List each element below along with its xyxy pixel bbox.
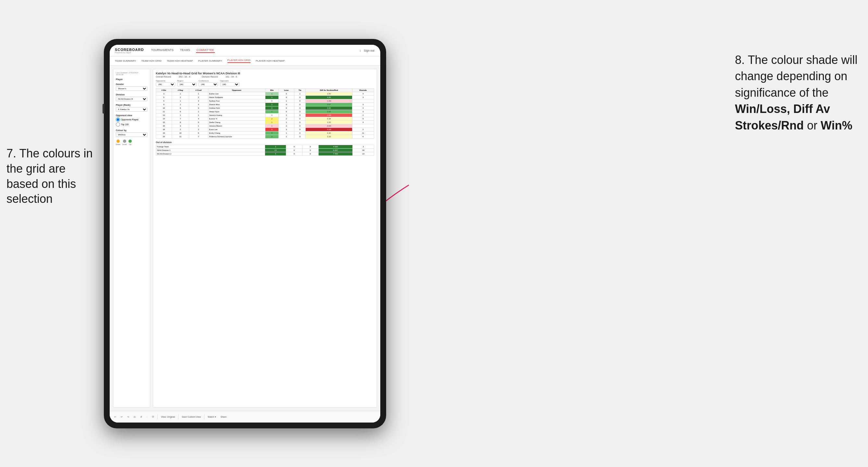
col-rounds: Rounds [352,89,374,92]
redo-btn[interactable]: ↪ [126,415,130,419]
opponents-played-option[interactable]: Opponents Played [116,118,147,122]
cell-tie: 0 [294,99,306,103]
cell-tie: 0 [294,128,306,131]
cell-loss: 1 [279,135,294,138]
cell-conf: 1 [189,124,208,128]
sub-nav-team-summary[interactable]: TEAM SUMMARY [115,59,136,62]
sub-nav-team-h2h-heatmap[interactable]: TEAM H2H HEATMAP [167,59,193,62]
legend-down: Down [116,139,120,145]
undo2-btn[interactable]: ↩ [119,415,124,419]
gender-label: Gender [116,83,147,85]
grid-btn[interactable]: ⊡ [132,415,137,419]
cell-diff: 3.33 [306,110,352,114]
ood-cell-diff: 7.400 [318,152,353,156]
undo-btn[interactable]: ↩ [113,415,118,419]
share-btn[interactable]: Share [219,415,228,418]
cell-conf: 1 [189,114,208,117]
player-rank-select[interactable]: 8. Katelyn Vo [116,107,147,112]
division-section: Division NCAA Division III [116,93,147,101]
cell-div: 20 [156,135,172,138]
sub-nav-player-h2h-grid[interactable]: PLAYER H2H GRID [227,59,250,63]
ood-cell-name: NAIA Division 1 [156,149,265,152]
nav-tournaments[interactable]: TOURNAMENTS [150,49,174,53]
cell-reg: 1 [172,103,189,106]
tablet-frame: SCOREBOARD Powered by clippd TOURNAMENTS… [104,39,386,428]
cell-div: 9 [156,103,172,106]
cell-rounds: 9 [352,117,374,121]
cell-tie: 0 [294,96,306,99]
cell-diff: 4.00 [306,96,352,99]
cell-rounds: 4 [352,92,374,96]
watch-btn[interactable]: Watch ▾ [206,415,217,419]
cell-reg: 1 [172,99,189,103]
nav-links: TOURNAMENTS TEAMS COMMITTEE [150,49,360,53]
opponents-played-radio[interactable] [116,118,120,122]
view-original-btn[interactable]: View: Original [160,415,176,418]
legend-up-dot [128,139,132,143]
ood-table-row: NAIA Division 1 15 0 0 9.267 30 [156,149,374,152]
cell-rounds: 6 [352,135,374,138]
top-100-option[interactable]: Top 100 [116,122,147,127]
cell-loss: 0 [279,92,294,96]
cell-win: 2 [266,135,279,138]
opponents-label: Opponents: [156,80,175,82]
cell-reg: 11 [172,135,189,138]
cell-div: 14 [156,117,172,121]
cell-loss: 0 [279,106,294,110]
sub-nav-player-summary[interactable]: PLAYER SUMMARY [198,59,222,62]
cell-loss: 1 [279,121,294,124]
division-record-label: Division Record: [202,75,218,78]
opponent-select[interactable]: (All) [220,83,240,86]
dot-btn[interactable]: · [145,415,149,418]
top-100-radio[interactable] [116,122,120,127]
nav-committee[interactable]: COMMITTEE [196,49,215,53]
cell-win: 1 [266,110,279,114]
cell-tie: 0 [294,124,306,128]
left-panel: Last Updated: 27/03/2024 16:55:38 Player… [113,69,150,408]
grid-panel: Katelyn Vo Head-to-Head Grid for Women's… [153,69,377,408]
nav-sign-out[interactable]: Sign out [363,49,375,52]
colour-by-select[interactable]: Win/loss [116,132,147,137]
opponents-select[interactable]: (All) [156,83,175,86]
region-select[interactable]: (All) [177,83,197,86]
cell-tie: 0 [294,135,306,138]
annotation-right: 8. The colour shade will change dependin… [735,52,858,134]
ood-cell-win: 15 [265,149,286,152]
sub-nav-player-h2h-heatmap[interactable]: PLAYER H2H HEATMAP [256,59,285,62]
cell-div: 6 [156,99,172,103]
last-updated-time: 16:55:38 [116,74,147,75]
cell-reg: 2 [172,128,189,131]
cell-div: 15 [156,121,172,124]
conference-select[interactable]: (All) [198,83,218,86]
region-filter: Region (All) [177,80,197,86]
nav-separator: | [360,49,361,52]
cell-reg: 2 [172,96,189,99]
cell-diff: 1.50 [306,92,352,96]
cell-reg: 7 [172,117,189,121]
cell-loss: 1 [279,99,294,103]
cell-conf: 3 [189,99,208,103]
opponent-view-label: Opponent view [116,114,147,117]
cell-win: 4 [266,131,279,135]
ood-cell-tie: 0 [303,152,319,156]
cell-opponent: Sydney Kuo [208,99,266,103]
main-content: Last Updated: 27/03/2024 16:55:38 Player… [110,66,380,411]
save-custom-btn[interactable]: Save Custom View [180,415,202,418]
cell-rounds: 4 [352,121,374,124]
opponents-played-label: Opponents Played [121,119,138,121]
cell-opponent: Andrea York [208,106,266,110]
division-select[interactable]: NCAA Division III [116,97,147,101]
table-row: 5 2 2 Alexis Sudijanto 1 0 0 4.00 3 [156,96,374,99]
toolbar-divider-2 [178,414,179,419]
refresh-btn[interactable]: ↺ [139,415,144,419]
sub-nav-team-h2h-grid[interactable]: TEAM H2H GRID [141,59,162,62]
gender-select[interactable]: Women's [116,86,147,91]
ood-cell-rounds: 2 [353,145,374,149]
cell-rounds: 2 [352,128,374,131]
cell-win: 1 [266,121,279,124]
opponents-filter: Opponents: (All) [156,80,175,86]
nav-teams[interactable]: TEAMS [180,49,191,53]
cell-opponent: Jessica Huang [208,114,266,117]
time-btn[interactable]: ⏱ [151,415,155,418]
cell-conf: 2 [189,128,208,131]
